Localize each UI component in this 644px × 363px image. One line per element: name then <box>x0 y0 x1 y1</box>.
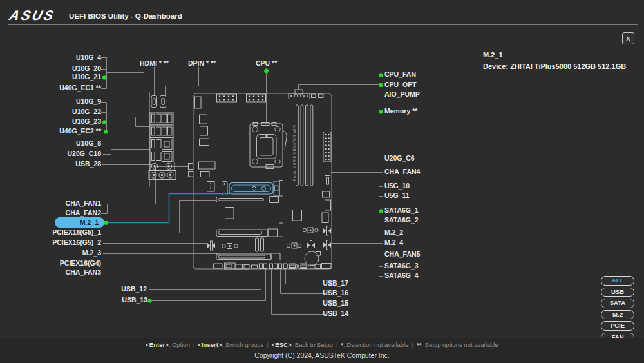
port-label[interactable]: CHA_FAN5 <box>384 250 420 259</box>
port-label[interactable]: M.2_2 <box>384 228 403 237</box>
hint-separator: | <box>263 341 271 348</box>
port-label[interactable]: PCIEX16(G5)_1 <box>52 228 101 237</box>
port-label[interactable]: USB_15 <box>323 299 348 308</box>
port-label[interactable]: USB_12 <box>121 285 147 293</box>
close-button[interactable]: X <box>622 32 634 44</box>
port-label[interactable]: U40G_EC1 ** <box>59 84 101 92</box>
copyright-text: Copyright (C) 2024, ASUSTeK Computer Inc… <box>0 351 644 359</box>
port-label[interactable]: U10G_4 <box>76 54 101 62</box>
q-dashboard-screen: ProArt X870E-CREATOR WIFI ASUS UEFI BIOS… <box>0 0 644 363</box>
fan-headers <box>207 226 331 250</box>
hint-desc: : Detection not available <box>343 341 408 348</box>
asus-logo: ASUS <box>8 8 57 23</box>
hint-desc: : Back to Setup <box>291 341 332 348</box>
hint-desc: : Setup options not available <box>421 341 498 348</box>
board-components <box>189 90 332 269</box>
atx-24pin <box>323 132 331 162</box>
port-label[interactable]: CPU_OPT <box>384 81 417 89</box>
page-title: UEFI BIOS Utility - Q-Dashboard <box>69 12 182 20</box>
port-label[interactable]: CHA_FAN2 <box>66 209 101 217</box>
pcie-slots <box>216 197 280 260</box>
hint-desc: : Switch groups <box>222 341 263 348</box>
port-label[interactable]: SATA6G_2 <box>384 216 419 224</box>
port-label[interactable]: CPU_FAN <box>384 70 416 79</box>
port-label[interactable]: U20G_C6 <box>384 154 415 162</box>
port-label[interactable]: U10G_23 <box>72 117 101 126</box>
header-divider <box>8 24 638 25</box>
port-label[interactable]: U10G_20 <box>72 64 101 73</box>
port-label[interactable]: CHA_FAN3 <box>66 268 101 277</box>
port-label[interactable]: U10G_21 <box>72 73 101 81</box>
port-label-dpin[interactable]: DPIN * ** <box>188 59 216 68</box>
board-outline <box>193 93 332 269</box>
port-label[interactable]: SATA6G_1 <box>384 206 419 215</box>
port-label[interactable]: U40G_EC2 ** <box>59 127 101 135</box>
dimm-slots <box>296 105 313 186</box>
hint-separator: | <box>333 341 341 348</box>
m2-standoffs <box>222 228 319 249</box>
port-label[interactable]: USB_28 <box>75 160 101 168</box>
selected-slot-title: M.2_1 <box>483 51 503 59</box>
port-label[interactable]: U10G_8 <box>76 139 101 148</box>
hint-key: <Enter> <box>146 341 168 348</box>
port-label-selected-m2-1[interactable]: M.2_1 <box>55 217 104 228</box>
port-label[interactable]: PCIEX16(G5)_2 <box>52 239 101 247</box>
board-model-text: ProArt X870E-CREATOR WIFI <box>292 125 296 181</box>
hint-desc: : Option <box>169 341 190 348</box>
hint-separator: | <box>408 341 416 348</box>
port-label[interactable]: USB_14 <box>323 309 348 318</box>
filter-button-usb[interactable]: USB <box>601 288 634 297</box>
port-label-hdmi[interactable]: HDMI * ** <box>140 59 169 68</box>
key-hints: <Enter>: Option|<Insert>: Switch groups|… <box>0 341 644 348</box>
m2-1-slot-highlighted[interactable] <box>222 181 283 197</box>
port-label[interactable]: USB_13 <box>122 296 147 304</box>
port-label[interactable]: PCIEX16(G4) <box>60 259 101 268</box>
port-label[interactable]: U5G_11 <box>384 191 410 200</box>
port-label[interactable]: U10G_22 <box>72 108 101 116</box>
filter-button-pcie[interactable]: PCIE <box>601 321 634 331</box>
port-label[interactable]: M.2_3 <box>82 249 101 257</box>
port-label[interactable]: CHA_FAN4 <box>384 168 420 176</box>
port-label-cpu[interactable]: CPU ** <box>256 59 277 68</box>
filter-button-all[interactable]: ALL <box>601 276 634 286</box>
port-label[interactable]: AIO_PUMP <box>384 90 420 99</box>
selected-device-info: Device: ZHITAI TiPlus5000 512GB 512.1GB <box>483 63 626 70</box>
selected-trace-m2-1 <box>106 194 230 223</box>
port-label[interactable]: U5G_10 <box>384 182 410 190</box>
port-label[interactable]: CHA_FAN1 <box>66 199 101 208</box>
port-label[interactable]: SATA6G_3 <box>384 262 419 270</box>
hint-key: <ESC> <box>272 341 292 348</box>
port-label[interactable]: USB_16 <box>323 289 348 297</box>
port-label[interactable]: M.2_4 <box>384 239 403 247</box>
port-label[interactable]: SATA6G_4 <box>384 271 419 280</box>
cpu-socket <box>250 124 283 167</box>
filter-button-sata[interactable]: SATA <box>601 299 634 308</box>
footer-bar: <Enter>: Option|<Insert>: Switch groups|… <box>0 338 644 363</box>
filter-button-group: ALL USB SATA M.2 PCIE FAN <box>601 276 634 342</box>
filter-button-m2[interactable]: M.2 <box>601 310 634 320</box>
bottom-headers <box>214 263 332 269</box>
hint-separator: | <box>190 341 198 348</box>
hint-key: <Insert> <box>198 341 222 348</box>
port-label[interactable]: U20G_C18 <box>67 150 101 158</box>
port-label[interactable]: USB_17 <box>323 279 348 288</box>
port-label[interactable]: Memory ** <box>384 107 417 115</box>
port-label[interactable]: U10G_9 <box>76 97 101 106</box>
rear-io-ports <box>149 92 176 187</box>
